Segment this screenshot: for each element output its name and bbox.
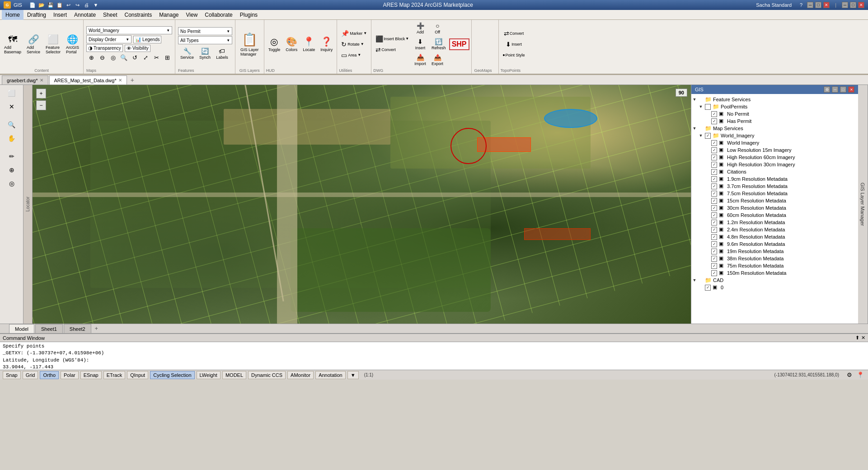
menu-item-collaborate[interactable]: Collaborate [201, 10, 236, 20]
print-btn[interactable]: 🖨 [83, 1, 91, 9]
status-cycling[interactable]: Cycling Selection [150, 371, 194, 379]
tree-checkbox-10[interactable] [711, 169, 717, 175]
dwg-add-btn[interactable]: ➕ Add [412, 21, 428, 36]
new-btn[interactable]: 📄 [28, 1, 37, 9]
tree-checkbox-6[interactable] [711, 140, 717, 146]
tree-checkbox-21[interactable] [711, 249, 717, 254]
status-lweight[interactable]: LWeight [197, 371, 221, 379]
tree-checkbox-11[interactable] [711, 176, 717, 182]
maps-tool4[interactable]: 🔍 [119, 53, 129, 62]
left-pan-btn[interactable]: ✋ [4, 132, 20, 145]
restore-btn[interactable]: □ [815, 2, 821, 8]
status-model[interactable]: MODEL [222, 371, 246, 379]
nav-zoom-in[interactable]: + [36, 89, 46, 99]
panel-close-btn[interactable]: ✕ [858, 2, 864, 8]
type-combo[interactable]: All Types ▼ [178, 36, 232, 44]
menu-item-plugins[interactable]: Plugins [236, 10, 261, 20]
tree-checkbox-12[interactable] [711, 183, 717, 189]
tree-item-26[interactable]: ▣0 [691, 284, 858, 291]
point-style-btn[interactable]: • Point Style [501, 50, 527, 60]
tree-checkbox-20[interactable] [711, 241, 717, 247]
tree-item-1[interactable]: ▼📁PoolPermits [691, 103, 858, 110]
status-gear[interactable]: ⚙ [845, 371, 854, 380]
status-qinput[interactable]: QInput [127, 371, 148, 379]
left-draw-btn[interactable]: ✏ [4, 150, 20, 163]
add-service-btn[interactable]: 🔗 AddService [24, 33, 42, 56]
redo-btn[interactable]: ↪ [74, 1, 82, 9]
status-grid[interactable]: Grid [23, 371, 38, 379]
tree-checkbox-24[interactable] [711, 270, 717, 276]
tree-item-19[interactable]: ▣4.8m Resolution Metadata [691, 233, 858, 240]
tree-checkbox-7[interactable] [711, 147, 717, 153]
left-select-btn[interactable]: ⬜ [4, 87, 20, 99]
dwg-off-btn[interactable]: ○ Off [429, 21, 446, 36]
tree-item-14[interactable]: ▣15cm Resolution Metadata [691, 197, 858, 204]
tree-checkbox-1[interactable] [705, 104, 711, 110]
tree-item-21[interactable]: ▣19m Resolution Metadata [691, 248, 858, 255]
status-dynamic-ccs[interactable]: Dynamic CCS [248, 371, 286, 379]
menu-item-manage[interactable]: Manage [155, 10, 182, 20]
tree-item-9[interactable]: ▣High Resolution 30cm Imagery [691, 161, 858, 168]
left-snap-btn[interactable]: ◎ [4, 177, 20, 190]
tab-graebert[interactable]: graebert.dwg* ✕ [2, 75, 48, 85]
tree-expand-0[interactable]: ▼ [691, 97, 698, 102]
status-polar[interactable]: Polar [61, 371, 79, 379]
tree-item-24[interactable]: ▣150m Resolution Metadata [691, 269, 858, 277]
menu-item-drafting[interactable]: Drafting [23, 10, 50, 20]
maps-tool8[interactable]: ⊞ [162, 53, 172, 62]
map-container[interactable]: 90 Locator + − [23, 85, 691, 324]
tree-item-2[interactable]: ▣No Permit [691, 110, 858, 118]
tree-item-17[interactable]: ▣1.2m Resolution Metadata [691, 219, 858, 226]
tree-item-12[interactable]: ▣3.7cm Resolution Metadata [691, 183, 858, 190]
menu-item-insert[interactable]: Insert [50, 10, 70, 20]
undo-btn[interactable]: ↩ [65, 1, 73, 9]
bottom-tab-sheet1[interactable]: Sheet1 [35, 324, 63, 333]
tree-item-8[interactable]: ▣High Resolution 60cm Imagery [691, 154, 858, 161]
tree-item-10[interactable]: ▣Citations [691, 168, 858, 175]
menu-item-constraints[interactable]: Constraints [121, 10, 155, 20]
maps-tool7[interactable]: ✂ [151, 53, 161, 62]
panel-max-btn[interactable]: □ [850, 2, 856, 8]
tree-item-6[interactable]: ▣World Imagery [691, 139, 858, 146]
status-ortho[interactable]: Ortho [40, 371, 59, 379]
tree-checkbox-15[interactable] [711, 205, 717, 211]
inquiry-btn[interactable]: ❓ Inquiry [318, 35, 335, 53]
status-annotation[interactable]: Annotation [315, 371, 346, 379]
save-btn[interactable]: 💾 [47, 1, 55, 9]
save-as-btn[interactable]: 📋 [56, 1, 64, 9]
nav-zoom-out[interactable]: − [36, 100, 46, 110]
arcgis-portal-btn[interactable]: 🌐 ArcGISPortal [64, 33, 81, 56]
tree-item-22[interactable]: ▣38m Resolution Metadata [691, 255, 858, 262]
bottom-tab-model[interactable]: Model [9, 324, 34, 333]
tree-checkbox-9[interactable] [711, 162, 717, 168]
maps-tool3[interactable]: ◎ [108, 53, 118, 62]
shp-btn[interactable]: SHP [449, 38, 469, 50]
gis-side-label[interactable]: GIS Layer Manager [858, 85, 868, 324]
maps-tool6[interactable]: ⤢ [141, 53, 150, 62]
tree-item-3[interactable]: ▣Has Permit [691, 118, 858, 125]
tree-expand-5[interactable]: ▼ [698, 133, 704, 138]
tree-checkbox-19[interactable] [711, 234, 717, 240]
tree-checkbox-17[interactable] [711, 220, 717, 226]
tree-item-7[interactable]: ▣Low Resolution 15m Imagery [691, 146, 858, 154]
refresh-btn[interactable]: 🔃 Refresh [429, 37, 448, 52]
area-btn[interactable]: ▭ Area ▼ [339, 50, 363, 60]
bottom-tab-add-btn[interactable]: + [92, 324, 101, 333]
tree-item-18[interactable]: ▣2.4m Resolution Metadata [691, 226, 858, 233]
status-annotation-down[interactable]: ▼ [347, 371, 359, 379]
synch-btn[interactable]: 🔄 Synch [197, 46, 213, 61]
locate-btn[interactable]: 📍 Locate [300, 35, 317, 53]
tree-checkbox-13[interactable] [711, 191, 717, 197]
display-order-combo[interactable]: Display Order ▼ [86, 35, 131, 43]
tree-checkbox-3[interactable] [711, 118, 717, 124]
topo-insert-btn[interactable]: ⬇ Insert [501, 39, 527, 49]
tree-item-23[interactable]: ▣75m Resolution Metadata [691, 262, 858, 269]
close-btn[interactable]: ✕ [823, 2, 830, 8]
open-btn[interactable]: 📂 [38, 1, 46, 9]
right-panel-maximize[interactable]: □ [840, 86, 846, 93]
insert-block-btn[interactable]: ⬛ Insert Block ▼ [373, 34, 411, 44]
transparency-btn[interactable]: ◑ Transparency [86, 44, 123, 52]
tab-ares-map-close[interactable]: ✕ [118, 78, 122, 83]
tree-item-4[interactable]: ▼📁Map Services [691, 125, 858, 132]
tree-checkbox-16[interactable] [711, 212, 717, 218]
